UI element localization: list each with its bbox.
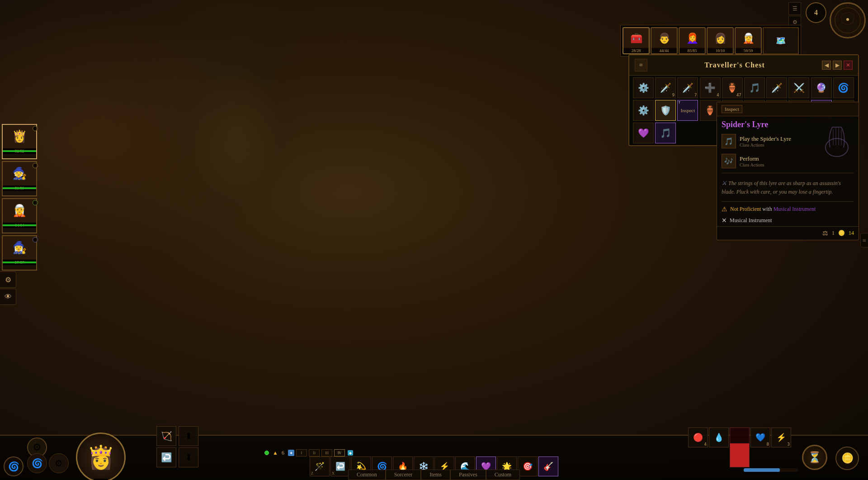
chest-count: 28/28 xyxy=(623,48,649,53)
party-portrait-2[interactable]: 👩‍🦰 85/85 xyxy=(679,27,706,54)
portrait-face-2: 👩‍🦰 xyxy=(679,29,705,48)
inv-slot-1-4[interactable]: ➕4 xyxy=(700,77,721,98)
left-nav-vision[interactable]: 👁 xyxy=(0,289,16,305)
tab-passives[interactable]: Passives xyxy=(450,470,486,480)
gold-coin-button[interactable]: 🪙 xyxy=(835,447,859,470)
portrait-hp-2: 85/85 xyxy=(679,48,705,53)
companion-icon-1[interactable]: 🌀 xyxy=(4,456,24,476)
spell-icon: ✦ xyxy=(288,450,294,456)
panel-filter-icon[interactable]: ≡ xyxy=(635,59,647,71)
tab-items[interactable]: Items xyxy=(421,470,450,480)
warning-icon: ⚠ xyxy=(722,205,727,213)
party-portrait-chest[interactable]: 🧰 28/28 xyxy=(623,27,650,54)
spell-tab-3[interactable]: III xyxy=(321,449,332,456)
inv-slot-1-2[interactable]: 🗡️9 xyxy=(655,77,676,98)
portrait-face-3: 👩 xyxy=(708,29,733,48)
weapon-slot-1[interactable]: 🏹 xyxy=(156,426,176,446)
party-left-3[interactable]: 🧝 64/64 ✦ xyxy=(2,198,37,233)
spell-dot-active xyxy=(264,451,269,455)
resource-1[interactable]: 🔴 4 xyxy=(688,428,708,447)
tooltip-divider-1 xyxy=(722,173,854,173)
portrait-hp-4: 59/59 xyxy=(736,48,761,53)
minimap[interactable] xyxy=(830,2,866,38)
companion-portrait-1[interactable]: 🌀 xyxy=(27,453,47,473)
sub-weapon-slot-1[interactable]: ⬆ xyxy=(179,426,198,446)
settings-button[interactable]: ☰ xyxy=(788,2,801,15)
panel-left-arrow[interactable]: ◀ xyxy=(822,61,831,70)
action-perform-subtitle: Class Actions xyxy=(740,162,764,167)
party-left-4[interactable]: 🧙‍♀️ 57/57 ⊕ xyxy=(2,235,37,271)
portrait-face-1: 👨 xyxy=(651,29,677,48)
chest-icon: 🧰 xyxy=(623,29,649,48)
left-face-2: 🧙 xyxy=(3,162,36,185)
inv-slot-1-7[interactable]: 🗡️ xyxy=(766,77,787,98)
spell-extra-dot: ◆ xyxy=(348,450,353,456)
character-portrait[interactable]: 👸 xyxy=(76,432,126,480)
inv-slot-2-2-selected[interactable]: 🛡️ xyxy=(655,100,676,121)
party-left-1[interactable]: 👸 52/52 ⚙ xyxy=(2,124,37,159)
spell-tab-2[interactable]: II xyxy=(309,449,320,456)
party-portrait-3[interactable]: 👩 10/10 xyxy=(707,27,734,54)
left-nav: ⚙ 👁 xyxy=(0,271,16,305)
left-bottom-icons: 🌀 xyxy=(4,456,24,476)
resource-2[interactable]: 💧 xyxy=(709,428,729,447)
svg-point-1 xyxy=(846,18,849,21)
character-portrait-wrapper[interactable]: 👸 52/52 xyxy=(76,432,126,480)
party-left-2[interactable]: 🧙 59/59 ⊕ xyxy=(2,161,37,196)
inv-slot-1-10[interactable]: 🌀 xyxy=(833,77,854,98)
tab-sorcerer[interactable]: Sorcerer xyxy=(386,470,421,480)
weapon-slots: 🏹 ↩️ xyxy=(156,426,176,467)
weapon-slot-2[interactable]: ↩️ xyxy=(156,447,176,467)
spell-warning-icon: ▲ xyxy=(273,450,278,456)
weight-value: 1 xyxy=(832,230,835,237)
inventory-row-1: ⚙️ 🗡️9 🗡️7 ➕4 🏺47 🎵 🗡️ ⚔️ 🔮 🌀 xyxy=(629,76,858,100)
hotbar-12[interactable]: 🎸 xyxy=(538,456,558,476)
inv-slot-1-5[interactable]: 🏺47 xyxy=(722,77,743,98)
action-play-subtitle: Class Actions xyxy=(740,143,791,147)
resource-4[interactable]: ⚡ 3 xyxy=(771,428,791,447)
timer-display xyxy=(744,466,798,475)
hp-fill-bar xyxy=(730,443,749,467)
left-face-3: 🧝 xyxy=(3,199,36,223)
inv-slot-3-2[interactable]: 🎵 xyxy=(655,123,676,143)
sub-weapon-slot-2[interactable]: ⬇ xyxy=(179,447,198,467)
inv-slot-1-3[interactable]: 🗡️7 xyxy=(677,77,698,98)
hourglass-button[interactable]: ⏳ xyxy=(802,445,827,470)
party-portrait-1[interactable]: 👨 44/44 xyxy=(651,27,678,54)
inv-slot-2-3-inspect[interactable]: T Inspect xyxy=(677,100,698,121)
gold-value: 14 xyxy=(849,230,854,237)
spell-count: 6 xyxy=(282,450,284,456)
inv-slot-2-1[interactable]: ⚙️ xyxy=(633,100,654,121)
panel-right-arrow[interactable]: ▶ xyxy=(833,61,842,70)
tab-custom[interactable]: Custom xyxy=(486,470,520,480)
inv-slot-3-1[interactable]: 💜 xyxy=(633,123,654,143)
hourglass-icon[interactable]: ⏳ xyxy=(802,445,827,470)
spell-tab-1[interactable]: I xyxy=(296,449,307,456)
portrait-hp-1: 44/44 xyxy=(651,48,677,53)
bottom-tabs: Common Sorcerer Items Passives Custom xyxy=(348,470,520,480)
right-edge-button[interactable]: ≡ xyxy=(860,233,868,247)
spell-tab-4[interactable]: IV xyxy=(334,449,345,456)
inv-slot-1-9[interactable]: 🔮 xyxy=(811,77,832,98)
map-thumbnail[interactable]: 🗺️ xyxy=(763,27,799,54)
resource-3[interactable]: 💙 8 xyxy=(750,428,770,447)
party-portrait-4[interactable]: 🧝 59/59 xyxy=(735,27,762,54)
action-play-icon: 🎵 xyxy=(722,134,736,148)
inv-slot-1-1[interactable]: ⚙️ xyxy=(633,77,654,98)
hotbar-1[interactable]: 🪄Z xyxy=(310,456,330,476)
inspect-label: Inspect xyxy=(722,105,742,113)
inv-slot-1-6[interactable]: 🎵 xyxy=(744,77,765,98)
tooltip-category: ✕ Musical Instrument xyxy=(717,215,859,226)
panel-close-button[interactable]: ✕ xyxy=(844,61,853,70)
tooltip-footer: ⚖ 1 🪙 14 xyxy=(717,226,859,240)
hotbar-11[interactable]: 🎯 xyxy=(518,456,538,476)
hotbar-2[interactable]: ↩️X xyxy=(330,456,350,476)
action-perform-icon: 🎶 xyxy=(722,154,736,168)
turn-number: 4 xyxy=(814,9,818,17)
companion-portrait-2[interactable]: ⚙ xyxy=(49,453,69,473)
left-nav-settings[interactable]: ⚙ xyxy=(0,271,16,288)
tooltip-header: Inspect xyxy=(717,102,859,116)
gold-button[interactable]: 🪙 xyxy=(835,447,859,470)
tab-common[interactable]: Common xyxy=(348,470,386,480)
inv-slot-1-8[interactable]: ⚔️ xyxy=(788,77,809,98)
